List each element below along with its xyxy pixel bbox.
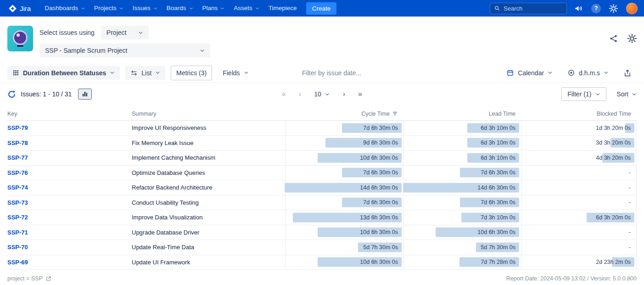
sort-filter-icon [392,111,398,117]
nav-item[interactable]: Projects [90,2,128,14]
duration-format-dropdown[interactable]: d.h.m.s [562,66,614,80]
settings-button[interactable] [608,3,619,14]
blocked-cell: 3d 3h 20m 0s [521,136,637,151]
issue-date-filter-input[interactable] [302,69,394,77]
lead-value: 10d 6h 30m 0s [477,229,515,235]
project-dropdown[interactable]: SSP - Sample Scrum Project [39,44,210,57]
gear-icon [609,4,618,13]
lead-value: 14d 6h 30m 0s [477,184,515,191]
nav-item[interactable]: Timepiece [264,2,302,14]
pagination-last-button[interactable]: » [358,90,362,98]
lead-value: 7d 6h 30m 0s [481,169,515,176]
issue-key[interactable]: SSP-72 [7,214,132,221]
issue-source-value: Project [106,29,127,36]
issue-key[interactable]: SSP-69 [7,259,132,266]
open-jql-button[interactable] [45,276,51,282]
lead-value: 6d 3h 10m 0s [481,155,515,161]
lead-value: 6d 3h 10m 0s [481,125,515,131]
refresh-button[interactable] [7,90,16,99]
blocked-cell: - [521,166,637,180]
jira-mark-icon [8,4,17,13]
issue-key[interactable]: SSP-73 [7,199,132,206]
col-header-summary[interactable]: Summary [132,111,285,117]
chevron-down-icon [325,92,330,97]
issue-source-dropdown[interactable]: Project [101,26,149,39]
nav-item[interactable]: Dashboards [40,2,90,14]
blocked-value: - [629,229,631,235]
report-settings-button[interactable] [627,34,637,43]
issue-key[interactable]: SSP-77 [7,154,132,161]
lead-cell: 5d 7h 30m 0s [403,240,521,255]
issue-summary: Fix Memory Leak Issue [132,140,285,146]
nav-item[interactable]: Plans [198,2,230,14]
header-actions [609,34,637,43]
nav-item[interactable]: Issues [128,2,162,14]
search-box[interactable] [490,3,567,14]
issue-key[interactable]: SSP-74 [7,184,132,191]
col-header-cycle-time[interactable]: Cycle Time [285,111,403,117]
bar-chart-icon [81,90,89,98]
report-type-dropdown[interactable]: Duration Between Statuses [7,66,120,80]
page-size-dropdown[interactable]: 10 [314,90,330,98]
chevron-down-icon [244,70,249,75]
metrics-button[interactable]: Metrics (3) [171,66,212,80]
issues-bar: Issues: 1 - 10 / 31 « ‹ 10 › » Filter (1… [0,83,644,105]
megaphone-icon [574,4,583,13]
issue-key[interactable]: SSP-71 [7,229,132,236]
col-header-lead-time[interactable]: Lead Time [403,111,521,117]
issue-key[interactable]: SSP-78 [7,140,132,146]
export-icon [623,69,632,77]
view-dropdown[interactable]: List [125,66,165,80]
chart-view-toggle[interactable] [78,89,92,100]
feedback-megaphone-button[interactable] [573,3,584,14]
export-button[interactable] [618,66,637,80]
pagination-first-button[interactable]: « [282,90,286,98]
nav-item-label: Plans [202,5,218,11]
table-row: SSP-77 Implement Caching Mechanism 10d 6… [7,151,637,166]
share-icon [609,34,618,43]
jira-logo[interactable]: Jira [6,2,34,15]
pagination-prev-button[interactable]: ‹ [299,90,301,98]
nav-item[interactable]: Assets [229,2,264,14]
col-header-blocked-time[interactable]: Blocked Time [521,111,637,117]
lead-value: 6d 3h 10m 0s [481,140,515,146]
table-body: SSP-79 Improve UI Responsiveness 7d 6h 3… [7,121,637,270]
search-input[interactable] [504,5,559,12]
alien-icon [13,30,28,45]
sort-dropdown[interactable]: Sort [616,90,637,98]
help-button[interactable]: ? [590,3,602,14]
cycle-cell: 10d 6h 30m 0s [285,151,403,165]
chevron-down-icon [255,6,259,11]
report-footer: project = SSP Report Date: 2024-05-09 13… [0,270,644,282]
lead-value: 5d 7h 30m 0s [481,244,515,251]
issue-key[interactable]: SSP-76 [7,169,132,176]
fields-dropdown[interactable]: Fields [218,66,253,80]
filter-dropdown[interactable]: Filter (1) [561,87,606,101]
table-row: SSP-74 Refactor Backend Architecture 14d… [7,180,637,196]
cycle-value: 5d 7h 30m 0s [363,244,398,251]
nav-item[interactable]: Boards [162,2,198,14]
issue-key[interactable]: SSP-79 [7,124,132,131]
issue-key[interactable]: SSP-70 [7,244,132,251]
report-type-label: Duration Between Statuses [23,69,106,77]
create-button[interactable]: Create [306,2,337,15]
pagination-next-button[interactable]: › [343,90,345,98]
blocked-cell: 4d 3h 20m 0s [521,151,637,165]
chevron-down-icon [153,6,157,11]
refresh-icon [7,90,16,99]
chevron-down-icon [155,70,160,75]
col-header-key[interactable]: Key [7,111,132,117]
avatar [626,3,638,14]
calendar-label: Calendar [518,69,544,77]
share-report-button[interactable] [609,34,618,43]
blocked-value: 6d 3h 20m 0s [596,214,631,221]
nav-item-label: Dashboards [45,5,78,11]
calendar-dropdown[interactable]: Calendar [501,66,558,80]
blocked-cell: 2d 23h 2m 0s [521,255,637,270]
nav-item-label: Projects [94,5,117,11]
search-icon [494,5,500,11]
calendar-icon [506,69,514,77]
table-header-row: Key Summary Cycle Time Lead Time Blocked… [7,107,637,121]
chevron-down-icon [548,70,553,75]
profile-button[interactable] [625,2,638,15]
